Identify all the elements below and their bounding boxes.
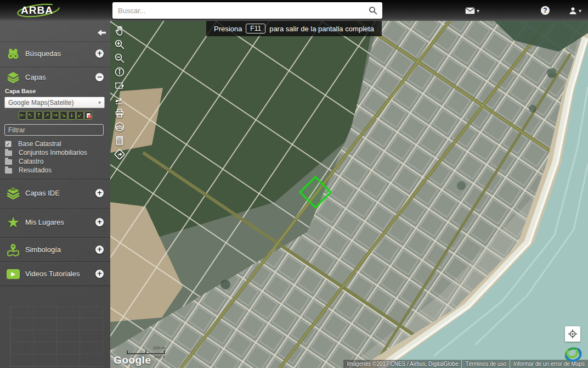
search-icon (369, 6, 377, 15)
play-glyph: ▶ (11, 271, 15, 277)
checkbox-checked-icon[interactable]: ✓ (5, 141, 12, 147)
pan-tool-icon[interactable] (112, 24, 127, 37)
pan-right-button[interactable]: → (52, 111, 59, 120)
star-icon: ★ (5, 216, 21, 229)
expand-capas-ide-button[interactable]: + (95, 189, 104, 197)
crosshair-icon (568, 329, 578, 339)
sidebar-section-label: Capas (25, 73, 46, 81)
remove-badge-icon: − (88, 115, 92, 119)
expand-simbologia-button[interactable]: + (95, 246, 104, 254)
notification-prefix: Presiona (214, 25, 242, 33)
sidebar: Búsquedas + Capas − Capa Base Google Map… (0, 21, 110, 368)
envelope-icon (465, 7, 475, 14)
chevron-down-icon: ▾ (477, 8, 479, 14)
my-location-button[interactable] (565, 326, 580, 342)
binoculars-icon (5, 47, 21, 60)
user-icon (569, 7, 577, 15)
pan-down-button[interactable]: ↓ (68, 111, 76, 120)
search-bar (112, 2, 382, 19)
video-play-icon: ▶ (5, 269, 21, 279)
layer-filter-input[interactable] (4, 124, 104, 136)
pan-up-right-button[interactable]: ↗ (43, 111, 51, 120)
layer-label: Conjuntos Inmobiliarios (19, 149, 87, 157)
layer-tree: ✓ Base Catastral Conjuntos Inmobiliarios… (0, 140, 110, 175)
sidebar-section-label: Búsquedas (25, 49, 61, 58)
user-menu[interactable]: ▾ (569, 0, 581, 21)
google-earth-tool-icon[interactable] (112, 120, 127, 133)
layer-item-conjuntos-inmobiliarios[interactable]: Conjuntos Inmobiliarios (0, 148, 110, 157)
scale-line (127, 350, 165, 354)
layer-item-base-catastral[interactable]: ✓ Base Catastral (0, 140, 110, 148)
map-canvas[interactable]: 200 m 500 ft Google Imágenes ©2017 CNES … (110, 21, 588, 368)
f11-key-badge: F11 (246, 24, 265, 34)
capas-panel: Capa Base Google Maps(Satelite) ▾ ← ↖ ↑ … (0, 88, 110, 175)
pan-down-right-button[interactable]: ↘ (60, 111, 67, 120)
base-layer-select[interactable]: Google Maps(Satelite) ▾ (4, 97, 105, 108)
sidebar-collapse-button[interactable] (96, 27, 107, 37)
search-button[interactable] (364, 2, 382, 19)
expand-busquedas-button[interactable]: + (95, 49, 104, 58)
collapse-capas-button[interactable]: − (95, 73, 104, 81)
folder-icon (5, 168, 12, 174)
expand-mis-lugares-button[interactable]: + (95, 218, 104, 226)
layer-label: Resultados (19, 166, 52, 174)
terms-link[interactable]: Términos de uso (461, 360, 509, 368)
search-input[interactable] (112, 7, 364, 15)
sidebar-section-simbologia[interactable]: Simbología + (0, 237, 110, 261)
folder-icon (5, 159, 12, 165)
layer-label: Catastro (19, 158, 43, 165)
expand-videos-button[interactable]: + (95, 270, 104, 278)
top-bar: ARBA CARTO (0, 0, 588, 21)
map-marker-icon (5, 243, 21, 257)
messages-menu[interactable]: ▾ (465, 0, 479, 21)
imagery-credit: Imágenes ©2017 CNES / Airbus, DigitalGlo… (343, 360, 461, 368)
clear-layers-button[interactable]: − (84, 111, 92, 120)
sidebar-section-label: Mis Lugares (25, 218, 64, 226)
help-button[interactable]: ? (541, 0, 550, 21)
scale-metric: 200 m (127, 345, 165, 350)
satellite-basemap (110, 21, 588, 368)
chevron-down-icon: ▾ (98, 99, 101, 105)
layers-icon (5, 71, 21, 84)
arba-swirl-logo (562, 343, 585, 366)
sidebar-section-mis-lugares[interactable]: ★ Mis Lugares + (0, 209, 110, 235)
sidebar-section-videos[interactable]: ▶ Videos Tutoriales + (0, 261, 110, 286)
sidebar-texture-table (10, 306, 103, 367)
sidebar-section-busquedas[interactable]: Búsquedas + (0, 42, 110, 65)
sidebar-section-label: Capas IDE (25, 189, 60, 197)
notification-suffix: para salir de la pantalla completa (269, 25, 374, 33)
help-icon: ? (541, 6, 550, 15)
pan-down-left-button[interactable]: ↙ (76, 111, 84, 120)
layer-item-catastro[interactable]: Catastro (0, 157, 110, 166)
pan-up-button[interactable]: ↑ (35, 111, 43, 120)
arba-wordmark: ARBA (21, 4, 53, 16)
zoom-out-tool-icon[interactable] (112, 52, 127, 65)
star-glyph: ★ (7, 216, 20, 229)
select-area-tool-icon[interactable] (112, 79, 127, 92)
pan-controls: ← ↖ ↑ ↗ → ↘ ↓ ↙ − (0, 111, 110, 120)
calculator-tool-icon[interactable] (112, 134, 127, 147)
map-attribution: Imágenes ©2017 CNES / Airbus, DigitalGlo… (343, 360, 588, 368)
sidebar-section-label: Videos Tutoriales (25, 270, 80, 278)
base-layer-value: Google Maps(Satelite) (8, 99, 98, 107)
sidebar-section-capas[interactable]: Capas − (0, 67, 110, 87)
layers-ide-icon: IDE (5, 186, 21, 200)
arba-logo[interactable]: ARBA (15, 3, 61, 18)
base-layer-label: Capa Base (5, 88, 110, 94)
print-tool-icon[interactable] (112, 107, 127, 120)
map-toolbar (112, 24, 127, 161)
pan-up-left-button[interactable]: ↖ (27, 111, 35, 120)
arba-carto-app: 200 m 500 ft Google Imágenes ©2017 CNES … (0, 0, 588, 368)
layer-label: Base Catastral (18, 140, 61, 148)
info-tool-icon[interactable] (112, 65, 127, 79)
layer-item-resultados[interactable]: Resultados (0, 166, 110, 175)
fullscreen-notification: Presiona F11 para salir de la pantalla c… (206, 21, 382, 36)
folder-icon (5, 150, 12, 156)
sidebar-divider (0, 286, 110, 286)
sidebar-section-capas-ide[interactable]: IDE Capas IDE + (0, 179, 110, 207)
zoom-in-tool-icon[interactable] (112, 38, 127, 51)
measure-tool-icon[interactable] (112, 93, 127, 106)
sidebar-section-label: Simbología (25, 246, 61, 254)
share-tool-icon[interactable] (112, 148, 127, 161)
pan-left-button[interactable]: ← (19, 111, 26, 120)
